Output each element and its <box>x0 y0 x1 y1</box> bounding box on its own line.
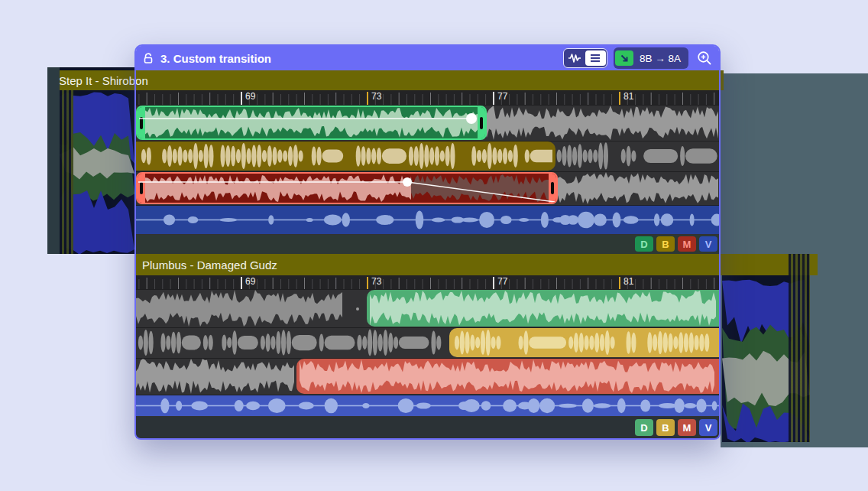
editor-title: 3. Custom transition <box>160 52 271 65</box>
track2-vocals-region[interactable] <box>136 395 719 416</box>
track2-bass-lane <box>136 327 719 358</box>
app-stage: Step It - Shirobon Plumbus - Damaged Gud… <box>0 0 868 491</box>
beatgrid-stripes-right <box>789 254 810 442</box>
ruler-beat-label: 81 <box>623 276 633 287</box>
track1-bass-lane <box>136 141 719 171</box>
stem-toggle-bass[interactable]: B <box>656 419 675 436</box>
ruler-beat-label: 77 <box>497 276 507 287</box>
waveform <box>300 359 716 394</box>
waveform <box>136 327 442 358</box>
volume-automation <box>138 107 485 138</box>
track1-drums-region-selected[interactable] <box>136 106 487 140</box>
ruler-beat-label: 69 <box>245 276 255 287</box>
key-match-chip <box>615 50 633 66</box>
waveform-icon <box>568 52 581 64</box>
editor-header: 3. Custom transition <box>136 46 719 70</box>
ruler-beat-label: 73 <box>371 91 381 102</box>
track2-melody-lane <box>136 358 719 395</box>
track1-title: Step It - Shirobon <box>60 74 148 87</box>
track1-stem-toggles: D B M V <box>136 235 719 254</box>
key-transition-label: 8B → 8A <box>633 53 687 64</box>
beatgrid-stripes-left <box>60 90 73 254</box>
track2-title-bar: Plumbus - Damaged Gudz <box>134 254 818 275</box>
track1-vocals-lane <box>136 205 719 235</box>
track1-vocals-region[interactable] <box>136 206 719 234</box>
list-icon <box>588 52 602 64</box>
track1-melody-lane <box>136 171 719 205</box>
waveform <box>136 395 719 416</box>
waveform <box>452 328 716 357</box>
ruler-beat-label: 77 <box>497 91 507 102</box>
waveform-view-button[interactable] <box>565 50 585 66</box>
waveform <box>136 206 719 234</box>
automation-point[interactable] <box>403 177 412 187</box>
list-view-button[interactable] <box>585 50 606 66</box>
track2-vocals-lane <box>136 395 719 417</box>
view-toggle-group <box>563 48 607 68</box>
waveform-blip <box>356 307 359 311</box>
ruler-beat-label: 73 <box>371 276 381 287</box>
track1-bass-region[interactable] <box>136 141 555 171</box>
track2-melody-region[interactable] <box>296 359 719 394</box>
track2-drums-lane <box>136 289 719 327</box>
track2-drums-region[interactable] <box>367 290 719 327</box>
track2-timeline-ruler[interactable]: 69737781 <box>136 275 719 289</box>
waveform <box>136 289 344 327</box>
waveform <box>136 358 295 395</box>
ruler-beat-label: 81 <box>623 91 633 102</box>
ruler-beat-label: 69 <box>245 91 255 102</box>
stem-toggle-melody[interactable]: M <box>678 236 696 252</box>
track2-title: Plumbus - Damaged Gudz <box>142 259 277 272</box>
stem-toggle-drums[interactable]: D <box>635 419 653 436</box>
track1-drums-lane <box>136 105 719 141</box>
track1-timeline-ruler[interactable]: 69737781 <box>136 90 719 105</box>
volume-automation <box>138 174 556 203</box>
track2-stem-toggles: D B M V <box>136 417 719 438</box>
lock-open-icon[interactable] <box>142 52 154 64</box>
waveform <box>139 141 552 171</box>
track2-bass-region[interactable] <box>449 328 719 357</box>
automation-point[interactable] <box>466 113 477 124</box>
key-transition-control[interactable]: 8B → 8A <box>614 47 688 69</box>
stem-toggle-vocals[interactable]: V <box>699 236 717 252</box>
stem-toggle-drums[interactable]: D <box>635 236 653 252</box>
diagonal-arrow-icon <box>619 53 630 63</box>
waveform <box>370 290 716 327</box>
stem-toggle-melody[interactable]: M <box>678 419 696 436</box>
zoom-in-icon[interactable] <box>696 50 713 67</box>
track1-title-bar: Step It - Shirobon <box>60 70 724 90</box>
track1-melody-region-selected[interactable] <box>136 172 558 204</box>
stem-toggle-bass[interactable]: B <box>656 236 675 252</box>
stem-toggle-vocals[interactable]: V <box>699 419 717 436</box>
